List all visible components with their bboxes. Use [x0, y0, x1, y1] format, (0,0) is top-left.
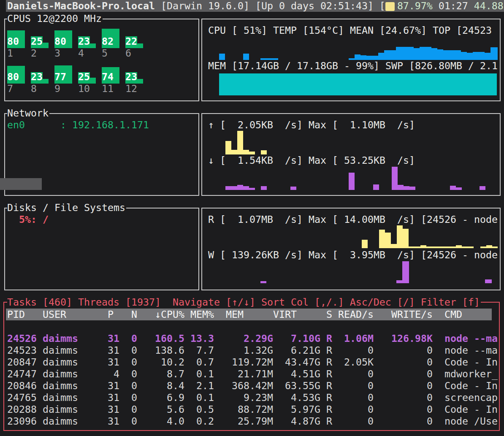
disk-write-bar: [396, 280, 402, 283]
task-cell-pid: 24747: [7, 368, 37, 380]
cpu-core-value: 82: [102, 35, 114, 47]
task-cell-mem: 119.72M: [232, 356, 273, 368]
task-cell-mem: 88.72M: [238, 404, 273, 415]
task-cell-pid: 23096: [7, 415, 37, 427]
task-cell-read: 0: [368, 392, 374, 404]
cpu-history-bar: [396, 47, 402, 60]
task-cell-n: 0: [131, 356, 137, 368]
task-cell-write: 0: [427, 392, 433, 404]
net-up-line: ↑ [ 2.05KB /s] Max [ 1.10MB /s]: [208, 119, 415, 131]
net-down-bar: [373, 184, 379, 190]
cpu-core-bar: [90, 78, 96, 84]
task-cell-virt: 5.97G: [291, 404, 320, 415]
cpu-core-label: 4: [78, 47, 84, 59]
task-cell-cmd: mdworker_: [444, 368, 498, 380]
tasks-header-p[interactable]: P: [108, 309, 114, 320]
task-cell-mem: 21.71M: [238, 368, 273, 380]
selection-overlay: [0, 178, 42, 190]
task-cell-user: daimms: [43, 344, 78, 356]
cpu-history-bar: [243, 54, 249, 60]
disk-read-bar: [420, 245, 426, 248]
task-cell-cpu: 160.5: [155, 333, 184, 344]
task-cell-s: R: [326, 368, 332, 380]
task-cell-virt: 4.87G: [291, 415, 320, 427]
cpu-core-label: 1: [7, 47, 13, 59]
task-cell-s: R: [326, 392, 332, 404]
task-cell-pid: 20288: [7, 404, 37, 415]
tasks-header-s[interactable]: S: [326, 309, 332, 320]
task-cell-s: R: [326, 333, 332, 344]
battery-time: 01:27: [433, 0, 474, 11]
net-down-bar: [231, 186, 237, 190]
task-cell-mem: 25.79M: [238, 415, 273, 427]
tasks-header-reads[interactable]: READ/s: [338, 309, 374, 320]
tasks-header-mem[interactable]: MEM%: [190, 309, 214, 320]
task-cell-mem_pct: 2.1: [196, 380, 214, 392]
task-cell-cpu: 6.9: [167, 392, 184, 404]
cpu-core-value: 80: [7, 71, 19, 83]
battery-watts: 44.88: [474, 0, 504, 11]
tasks-header-cpu[interactable]: ↓CPU%: [155, 309, 184, 320]
task-cell-pid: 20847: [7, 356, 37, 368]
task-cell-n: 0: [131, 333, 137, 344]
cpu-core-value: 25: [78, 71, 90, 83]
uptime: [Up 0 days 02:51:43]: [249, 0, 374, 11]
cpu-history-bar: [473, 52, 479, 60]
cpu-core-bar: [43, 43, 49, 48]
cpu-history-bar: [449, 50, 455, 60]
task-cell-read: 1.06M: [344, 333, 374, 344]
cpu-history-bar: [414, 48, 420, 60]
task-cell-s: R: [326, 356, 332, 368]
cpu-core-value: 23: [125, 71, 137, 83]
mem-usage-bar: [219, 73, 497, 95]
cpu-core-value: 22: [125, 35, 137, 47]
cpu-history-bar: [349, 58, 355, 60]
cpu-core-label: 8: [31, 83, 37, 95]
tasks-header-writes[interactable]: WRITE/s: [391, 309, 433, 320]
task-cell-s: R: [326, 344, 332, 356]
net-down-bar: [290, 187, 296, 190]
cpu-core-value: 80: [7, 35, 19, 47]
tasks-header-user[interactable]: USER: [43, 309, 66, 320]
terminal-screen[interactable]: Daniels-MacBook-Pro.local [Darwin 19.6.0…: [0, 0, 504, 436]
cpu-history-bar: [455, 50, 461, 60]
task-cell-virt: 63.55G: [285, 380, 320, 392]
disk-write-bar: [402, 261, 409, 283]
disk-read-bar: [391, 244, 397, 248]
cpu-core-label: 11: [102, 83, 114, 95]
task-cell-write: 0: [427, 356, 433, 368]
disks-panel-title: Disks / File Systems: [7, 202, 126, 214]
disk-read-line: R [ 1.07MB /s] Max [ 14.00MB /s] [24526 …: [208, 214, 498, 225]
cpu-core-value: 25: [31, 35, 43, 47]
tasks-header-virt[interactable]: VIRT: [273, 309, 297, 320]
disk-read-bar: [397, 225, 403, 248]
tasks-header-cmd[interactable]: CMD: [444, 309, 462, 320]
task-cell-cmd: node /Use: [444, 415, 498, 427]
task-cell-mem: 9.23M: [244, 392, 273, 404]
cpu-core-bar: [43, 79, 49, 84]
cpu-core-bar: [137, 79, 143, 84]
task-cell-p: 31: [108, 380, 119, 392]
disk-read-bar: [379, 230, 385, 248]
tasks-header-mem[interactable]: MEM: [226, 309, 244, 320]
task-cell-n: 0: [131, 404, 137, 415]
cpu-core-label: 12: [125, 83, 137, 95]
task-cell-write: 0: [427, 404, 433, 415]
cpu-history-bar: [266, 58, 272, 60]
task-cell-write: 0: [427, 380, 433, 392]
net-up-bar: [261, 150, 267, 154]
tasks-header-pid[interactable]: PID: [7, 309, 25, 320]
cpu-core-label: 3: [54, 47, 60, 59]
task-cell-s: R: [326, 404, 332, 415]
task-cell-cpu: 8.7: [167, 368, 184, 380]
cpu-history-bar: [496, 47, 498, 60]
tasks-panel-title: Tasks [460] Threads [1937] Navigate [↑/↓…: [7, 296, 481, 308]
tasks-header-n[interactable]: N: [131, 309, 137, 320]
cpu-core-bar: [137, 43, 143, 48]
task-cell-pid: 24765: [7, 392, 37, 404]
cpu-history-bar: [485, 53, 490, 60]
task-cell-n: 0: [131, 380, 137, 392]
task-cell-cpu: 8.4: [167, 380, 184, 392]
task-cell-p: 31: [108, 404, 119, 415]
cpu-history-bar: [384, 50, 390, 60]
